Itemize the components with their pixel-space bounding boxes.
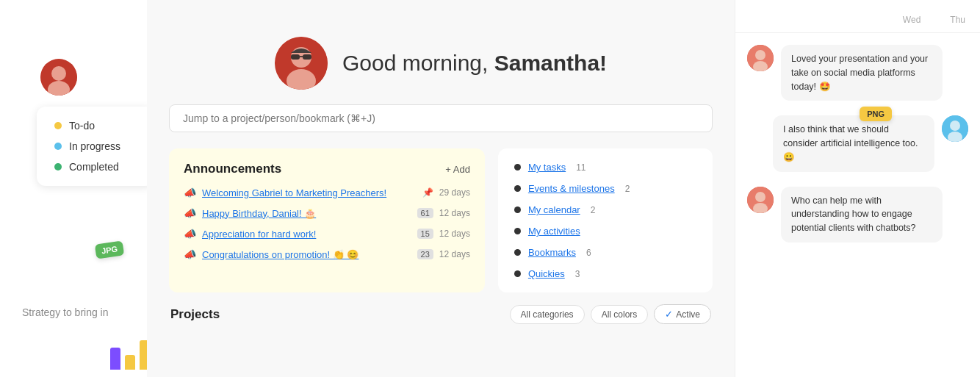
strategy-text: Strategy to bring in <box>22 306 109 318</box>
chat-avatar-3 <box>747 187 774 213</box>
projects-bar: Projects All categories All colors ✓ Act… <box>169 304 713 324</box>
chat-area: Loved your presentation and your take on… <box>735 33 980 243</box>
add-announcement-button[interactable]: + Add <box>445 164 470 175</box>
announcement-badge-2: 61 <box>417 208 433 218</box>
check-icon: ✓ <box>665 309 673 320</box>
filter-all-colors[interactable]: All colors <box>591 305 649 324</box>
nav-link-quickies: Quickies <box>528 268 565 279</box>
legend-dot-inprogress <box>54 143 62 150</box>
legend-item-completed: Completed <box>54 161 137 173</box>
user-avatar-sidebar[interactable] <box>40 59 77 96</box>
jpg-badge: JPG <box>95 240 124 259</box>
search-input[interactable] <box>183 112 699 124</box>
cal-day-wed: Wed <box>903 15 920 25</box>
svg-point-13 <box>950 121 960 131</box>
nav-link-bookmarks: Bookmarks <box>528 247 576 258</box>
svg-rect-7 <box>303 54 311 60</box>
nav-dot-events <box>514 185 521 192</box>
nav-count-tasks: 11 <box>576 162 586 173</box>
announcement-link-1[interactable]: Welcoming Gabriel to Marketing Preachers… <box>202 187 417 198</box>
right-chat-panel: Wed Thu Loved your presentation and your… <box>735 0 980 377</box>
chat-avatar-1 <box>747 45 774 71</box>
two-column-layout: Announcements + Add 📣 Welcoming Gabriel … <box>169 148 713 292</box>
legend-label-completed: Completed <box>69 161 119 173</box>
announcement-item-1: 📣 Welcoming Gabriel to Marketing Preache… <box>184 187 470 198</box>
announcement-link-3[interactable]: Appreciation for hard work! <box>202 229 411 240</box>
announcement-days-3: 12 days <box>439 229 470 239</box>
chat-bubble-2: I also think that we should consider art… <box>773 115 934 171</box>
nav-dot-bookmarks <box>514 249 521 256</box>
nav-link-activities: My activities <box>528 226 580 237</box>
chat-bubble-3: Who can help me with understanding how t… <box>781 187 943 243</box>
legend-item-todo: To-do <box>54 120 137 132</box>
greeting-section: Good morning, Samantha! <box>169 37 713 90</box>
png-badge: PNG <box>860 107 892 121</box>
announcement-days-1: 29 days <box>439 187 470 198</box>
legend-label-todo: To-do <box>69 120 95 132</box>
chat-bubble-1: Loved your presentation and your take on… <box>781 45 943 101</box>
nav-count-quickies: 3 <box>575 269 580 279</box>
greeting-text: Good morning, Samantha! <box>342 51 607 76</box>
chat-avatar-2 <box>942 115 968 142</box>
svg-point-1 <box>51 66 66 81</box>
nav-item-calendar[interactable]: My calendar 2 <box>514 204 696 215</box>
megaphone-icon-4: 📣 <box>184 248 196 260</box>
nav-dot-quickies <box>514 270 521 277</box>
nav-item-activities[interactable]: My activities <box>514 226 696 237</box>
nav-link-calendar: My calendar <box>528 204 580 215</box>
filter-group: All categories All colors ✓ Active <box>510 304 711 324</box>
nav-dot-activities <box>514 228 521 234</box>
nav-dot-calendar <box>514 207 521 213</box>
filter-active-label: Active <box>676 309 700 320</box>
nav-item-bookmarks[interactable]: Bookmarks 6 <box>514 247 696 258</box>
svg-point-16 <box>755 192 765 202</box>
legend-dot-todo <box>54 122 62 129</box>
nav-dot-tasks <box>514 164 521 170</box>
bar-chart <box>110 333 150 370</box>
pin-icon-1: 📌 <box>422 187 433 198</box>
nav-item-quickies[interactable]: Quickies 3 <box>514 268 696 279</box>
chat-message-3: Who can help me with understanding how t… <box>747 187 968 243</box>
announcement-days-2: 12 days <box>439 208 470 218</box>
nav-item-events[interactable]: Events & milestones 2 <box>514 183 696 194</box>
svg-rect-6 <box>291 54 300 60</box>
nav-link-events: Events & milestones <box>528 183 615 194</box>
nav-links-panel: My tasks 11 Events & milestones 2 My cal… <box>498 148 713 292</box>
filter-all-categories[interactable]: All categories <box>510 305 585 324</box>
svg-point-10 <box>755 50 765 60</box>
megaphone-icon-2: 📣 <box>184 207 196 219</box>
legend-card: To-do In progress Completed <box>37 107 154 186</box>
announcement-badge-3: 15 <box>417 229 433 239</box>
announcements-header: Announcements + Add <box>184 162 470 176</box>
legend-label-inprogress: In progress <box>69 140 120 152</box>
announcement-item-2: 📣 Happy Birthday, Danial! 🎂 61 12 days <box>184 207 470 219</box>
bar-2 <box>125 355 135 370</box>
announcement-days-4: 12 days <box>439 249 470 259</box>
announcement-link-2[interactable]: Happy Birthday, Danial! 🎂 <box>202 208 411 219</box>
legend-dot-completed <box>54 163 62 170</box>
announcements-panel: Announcements + Add 📣 Welcoming Gabriel … <box>169 148 485 292</box>
announcement-item-4: 📣 Congratulations on promotion! 👏 😊 23 1… <box>184 248 470 260</box>
chat-message-1: Loved your presentation and your take on… <box>747 45 968 101</box>
megaphone-icon-1: 📣 <box>184 187 196 198</box>
bar-1 <box>110 348 120 370</box>
nav-link-tasks: My tasks <box>528 162 566 173</box>
nav-count-bookmarks: 6 <box>586 248 591 258</box>
greeting-name: Samantha! <box>494 51 607 75</box>
search-bar[interactable] <box>169 104 713 132</box>
projects-title: Projects <box>170 307 220 322</box>
announcements-title: Announcements <box>184 162 281 176</box>
greeting-avatar <box>275 37 328 90</box>
announcement-link-4[interactable]: Congratulations on promotion! 👏 😊 <box>202 249 411 260</box>
main-content: Good morning, Samantha! Announcements + … <box>147 0 735 377</box>
announcement-badge-4: 23 <box>417 249 433 259</box>
chat-message-2: I also think that we should consider art… <box>747 115 968 171</box>
filter-active[interactable]: ✓ Active <box>654 304 711 324</box>
nav-count-calendar: 2 <box>591 205 596 215</box>
calendar-header: Wed Thu <box>735 0 980 33</box>
nav-item-tasks[interactable]: My tasks 11 <box>514 162 696 173</box>
megaphone-icon-3: 📣 <box>184 228 196 240</box>
cal-day-thu: Thu <box>950 15 965 25</box>
announcement-item-3: 📣 Appreciation for hard work! 15 12 days <box>184 228 470 240</box>
left-sidebar: To-do In progress Completed JPG Strategy… <box>0 0 147 377</box>
